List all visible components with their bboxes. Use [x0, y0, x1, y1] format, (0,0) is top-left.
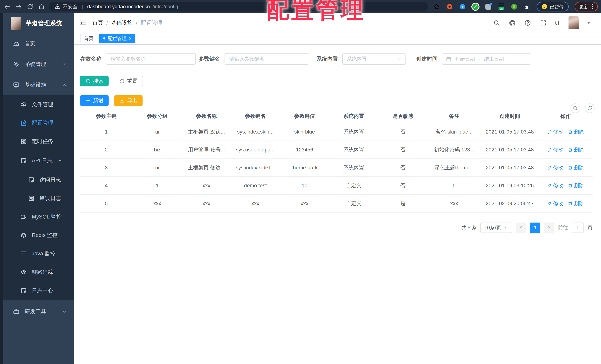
export-button[interactable]: 导出 — [114, 95, 142, 106]
help-icon[interactable] — [524, 19, 531, 27]
url-path: /infra/config — [152, 4, 178, 10]
tab-home[interactable]: 首页 — [80, 34, 97, 43]
edit-link[interactable]: 修改 — [547, 164, 563, 171]
table-row: 2 biz 用户管理-账号... sys.user.init-pa... 123… — [80, 141, 592, 159]
edit-link[interactable]: 修改 — [547, 146, 563, 153]
log-doc-icon — [20, 287, 27, 294]
date-start-placeholder: 开始日期 — [455, 56, 475, 62]
collapse-sidebar-icon[interactable] — [79, 19, 87, 27]
tab-config-manage[interactable]: 配置管理 × — [99, 34, 135, 43]
avatar[interactable] — [569, 16, 579, 29]
current-page-button[interactable]: 1 — [530, 222, 540, 233]
chevron-up-icon — [57, 158, 62, 163]
extension-orange-icon[interactable] — [446, 3, 453, 10]
reset-button[interactable]: 重置 — [114, 76, 143, 86]
date-range-picker[interactable]: 开始日期 - 结束日期 — [442, 53, 531, 65]
delete-link[interactable]: 删除 — [568, 182, 584, 189]
sidebar: 芋道管理系统 首页 系统管理 基础设施 文件管理 配置管理 — [3, 13, 74, 364]
sidebar-item-api-log[interactable]: API 日志 — [3, 151, 74, 171]
sidebar-item-trace[interactable]: 链路追踪 — [3, 263, 74, 282]
reload-icon[interactable] — [26, 2, 34, 11]
system-builtin-label: 系统内置 — [316, 55, 338, 63]
main-area: 首页 / 基础设施 / 配置管理 tT 首页 配置管理 × — [74, 13, 601, 364]
add-button[interactable]: 新增 — [80, 95, 109, 106]
fullscreen-icon[interactable] — [540, 19, 547, 27]
job-clock-icon — [20, 138, 27, 145]
search-button[interactable]: 搜索 — [80, 76, 109, 86]
toolbox-icon — [13, 308, 20, 315]
sidebar-item-log-center[interactable]: 日志中心 — [3, 282, 74, 300]
refresh-icon[interactable] — [585, 103, 595, 113]
edit-link[interactable]: 修改 — [547, 182, 563, 189]
browser-actions: ✓ on 已暂停 更新 — [433, 2, 598, 11]
edit-link[interactable]: 修改 — [547, 129, 563, 135]
github-icon[interactable] — [509, 19, 516, 27]
pagination: 共 5 条 10条/页 1 前往 页 — [80, 222, 592, 233]
paused-extension-pill[interactable]: 已暂停 — [537, 2, 569, 11]
sidebar-item-config-manage[interactable]: 配置管理 — [3, 114, 74, 132]
delete-link[interactable]: 删除 — [568, 164, 584, 171]
extension-puzzle-icon[interactable] — [524, 3, 531, 10]
table-header-row: 参数主键 参数分组 参数名称 参数键名 参数键值 系统内置 是否敏感 备注 创建… — [80, 110, 592, 123]
warning-icon — [55, 4, 60, 10]
edit-link[interactable]: 修改 — [547, 200, 563, 207]
font-size-icon[interactable]: tT — [555, 20, 560, 26]
address-bar[interactable]: 不安全 | dashboard.yudao.iocoder.cn/infra/c… — [49, 2, 428, 11]
app-title: 芋道管理系统 — [26, 19, 62, 27]
back-icon[interactable] — [3, 2, 11, 11]
sidebar-item-mysql-monitor[interactable]: MySQL 监控 — [3, 208, 74, 226]
delete-link[interactable]: 删除 — [568, 129, 584, 135]
page-size-select[interactable]: 10条/页 — [481, 222, 512, 233]
extension-check-icon[interactable]: ✓ — [472, 3, 479, 10]
delete-link[interactable]: 删除 — [568, 200, 584, 207]
app-logo-row[interactable]: 芋道管理系统 — [3, 13, 74, 33]
database-stack-icon — [20, 232, 27, 239]
sidebar-item-home[interactable]: 首页 — [3, 33, 74, 54]
create-time-label: 创建时间 — [416, 55, 438, 63]
bookmark-star-icon[interactable] — [433, 3, 440, 10]
sidebar-item-system[interactable]: 系统管理 — [3, 54, 74, 75]
dashboard-icon — [13, 40, 20, 47]
page-jump-input[interactable] — [572, 222, 584, 233]
url-host: dashboard.yudao.iocoder.cn — [87, 4, 150, 10]
param-name-input[interactable] — [106, 53, 196, 65]
extension-tile-icon[interactable] — [485, 3, 492, 10]
sidebar-item-scheduled-job[interactable]: 定时任务 — [3, 132, 74, 151]
menu-dots-icon[interactable] — [592, 4, 593, 9]
param-key-label: 参数键名 — [199, 55, 220, 63]
delete-link[interactable]: 删除 — [568, 146, 584, 153]
security-label[interactable]: 不安全 — [63, 3, 78, 10]
next-page-button[interactable] — [544, 222, 554, 233]
sidebar-item-file-manage[interactable]: 文件管理 — [3, 95, 74, 114]
extension-switch-icon[interactable]: on — [498, 3, 505, 10]
chevron-down-icon — [62, 62, 67, 67]
user-menu-caret-icon[interactable] — [587, 22, 591, 24]
table-row: 4 1 xxx demo.test 10 自定义 否 5 2021-01-19 … — [80, 177, 592, 195]
filter-actions: 搜索 重置 — [80, 76, 592, 86]
system-builtin-select[interactable]: 系统内置 — [342, 53, 406, 65]
home-icon[interactable] — [37, 2, 46, 11]
sidebar-item-access-log[interactable]: 访问日志 — [3, 171, 74, 189]
toggle-search-icon[interactable] — [571, 103, 580, 113]
sidebar-item-infra[interactable]: 基础设施 — [3, 75, 74, 95]
left-edge-strip — [0, 13, 3, 364]
table-row: 1 ui 主框架页-默认... sys.index.skin... skin-b… — [80, 123, 592, 141]
param-key-input[interactable] — [224, 53, 309, 65]
chevron-up-icon — [62, 82, 67, 87]
param-name-label: 参数名称 — [80, 55, 101, 63]
goto-label: 前往 — [558, 224, 568, 231]
breadcrumb-home[interactable]: 首页 — [92, 19, 103, 27]
close-tab-icon[interactable]: × — [129, 36, 132, 41]
sidebar-item-devtools[interactable]: 研发工具 — [3, 301, 74, 322]
forward-icon[interactable] — [14, 2, 23, 11]
extension-pin-icon[interactable] — [459, 3, 466, 10]
breadcrumb-infra[interactable]: 基础设施 — [111, 19, 133, 27]
prev-page-button[interactable] — [516, 222, 526, 233]
update-browser-button[interactable]: 更新 — [575, 2, 598, 11]
extension-on-badge: on — [499, 7, 504, 10]
sidebar-item-java-monitor[interactable]: Java 监控 — [3, 244, 74, 263]
search-icon[interactable] — [493, 19, 500, 27]
extension-leaf-icon[interactable] — [511, 3, 518, 10]
sidebar-item-redis-monitor[interactable]: Redis 监控 — [3, 226, 74, 244]
sidebar-item-error-log[interactable]: 错误日志 — [3, 189, 74, 208]
